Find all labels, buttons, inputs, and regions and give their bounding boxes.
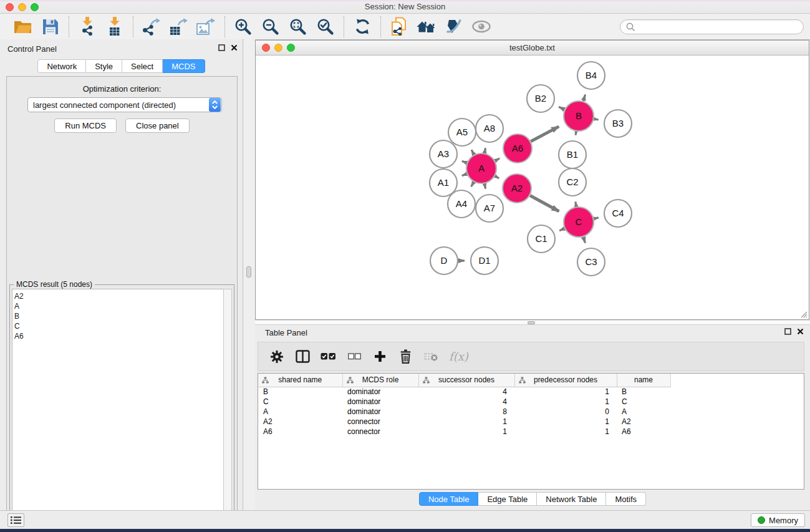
home-icon[interactable] [415,16,438,38]
tab-edge-table[interactable]: Edge Table [478,492,537,506]
search-box[interactable] [620,19,804,34]
table-cell[interactable]: dominator [342,387,418,397]
table-cell[interactable]: B [617,387,670,397]
task-history-button[interactable] [7,513,24,527]
result-list-item[interactable]: A [14,301,223,311]
add-row-icon[interactable] [372,348,387,365]
table-row[interactable]: Bdominator41B [258,387,804,397]
table-cell[interactable]: A [258,407,342,417]
memory-button[interactable]: Memory [751,513,805,527]
float-table-panel-icon[interactable] [784,328,791,335]
table-row[interactable]: Cdominator41C [258,397,804,407]
result-list-item[interactable]: A6 [14,331,223,341]
select-all-icon[interactable] [321,348,336,365]
table-cell[interactable]: 0 [514,407,617,417]
table-cell[interactable]: A6 [617,427,670,437]
graph-edge-C-C1[interactable] [559,228,564,231]
table-cell[interactable]: A [617,407,670,417]
graph-edge-B-B4[interactable] [583,95,585,102]
vertical-splitter-handle[interactable] [246,266,251,278]
delete-row-icon[interactable] [398,348,413,365]
result-scrollbar[interactable] [223,289,232,532]
table-cell[interactable]: dominator [342,407,418,417]
graph-edge-A6-B[interactable] [531,127,559,142]
column-header-MCDS-role[interactable]: MCDS role [342,374,418,387]
network-window-titlebar[interactable]: testGlobe.txt [256,41,809,56]
export-table-icon[interactable] [167,16,191,38]
graph-edge-B-B2[interactable] [559,107,564,109]
graph-edge-A-A5[interactable] [471,150,474,155]
import-table-icon[interactable] [103,16,127,38]
tab-mcds[interactable]: MCDS [163,59,205,73]
graph-edge-C-C4[interactable] [594,218,598,219]
graph-edge-A-A7[interactable] [485,184,486,189]
result-list-item[interactable]: C [14,321,223,331]
settings-gear-icon[interactable] [269,348,284,365]
refresh-layout-icon[interactable] [350,16,374,38]
zoom-fit-icon[interactable] [286,16,310,38]
style-off-icon[interactable] [442,16,466,38]
table-cell[interactable]: 1 [514,427,617,437]
tab-node-table[interactable]: Node Table [419,492,479,506]
table-row[interactable]: Adominator80A [258,407,804,417]
graph-edge-A-A2[interactable] [495,176,499,178]
tab-network[interactable]: Network [37,59,86,73]
graph-edge-A-A3[interactable] [462,161,467,163]
column-header-successor-nodes[interactable]: successor nodes [418,374,514,387]
column-header-name[interactable]: name [617,374,670,387]
table-cell[interactable]: dominator [342,397,418,407]
table-cell[interactable]: A6 [258,427,342,437]
close-table-panel-icon[interactable] [797,328,804,335]
network-file-icon[interactable] [387,16,411,38]
graph-edge-A-A1[interactable] [462,174,467,176]
tab-style[interactable]: Style [86,59,122,73]
table-cell[interactable]: connector [342,417,418,427]
close-panel-button[interactable]: Close panel [125,118,190,133]
table-cell[interactable]: 8 [418,407,514,417]
deselect-all-icon[interactable] [347,348,362,365]
table-row[interactable]: A6connector11A6 [258,427,804,437]
zoom-out-icon[interactable] [259,16,282,38]
table-cell[interactable]: C [617,397,670,407]
zoom-in-icon[interactable] [231,16,255,38]
column-header-predecessor-nodes[interactable]: predecessor nodes [514,374,617,387]
criterion-select[interactable]: largest connected component (directed) [27,97,222,112]
export-image-icon[interactable] [195,16,218,38]
graph-edge-A-A8[interactable] [485,148,486,153]
float-panel-icon[interactable] [218,44,225,51]
table-cell[interactable]: 1 [514,397,617,407]
search-input[interactable] [638,21,803,32]
columns-icon[interactable] [295,348,310,365]
table-cell[interactable]: C [258,397,342,407]
graph-edge-C-C3[interactable] [584,237,586,243]
table-row[interactable]: A2connector11A2 [258,417,804,427]
table-cell[interactable]: 4 [418,387,514,397]
table-cell[interactable]: B [258,387,342,397]
graph-edge-C-C2[interactable] [576,202,576,207]
table-cell[interactable]: 1 [418,417,514,427]
table-cell[interactable]: 1 [514,417,617,427]
resize-grip-icon[interactable] [799,309,808,318]
zoom-selected-icon[interactable] [314,16,337,38]
export-network-icon[interactable] [140,16,163,38]
open-folder-icon[interactable] [11,16,35,38]
graph-edge-A2-C[interactable] [530,196,559,211]
graph-edge-B-B1[interactable] [576,132,576,135]
close-panel-icon[interactable] [231,44,238,51]
tab-motifs[interactable]: Motifs [606,492,646,506]
table-cell[interactable]: A2 [617,417,670,427]
table-cell[interactable]: 4 [418,397,514,407]
network-canvas[interactable]: B4B2BB3A8A5A6A3B1AC2A1A2A4A7C4CC1C3DD1 [256,56,809,319]
table-cell[interactable]: A2 [258,417,342,427]
table-cell[interactable]: 1 [514,387,617,397]
save-icon[interactable] [39,16,62,38]
tab-select[interactable]: Select [122,59,163,73]
column-header-shared-name[interactable]: shared name [258,374,342,387]
result-list-item[interactable]: B [14,311,223,321]
tab-network-table[interactable]: Network Table [537,492,606,506]
table-cell[interactable]: 1 [418,427,514,437]
graph-edge-A-A6[interactable] [495,158,499,161]
table-cell[interactable]: connector [342,427,418,437]
run-mcds-button[interactable]: Run MCDS [54,118,117,133]
horizontal-splitter-handle[interactable] [528,321,535,324]
